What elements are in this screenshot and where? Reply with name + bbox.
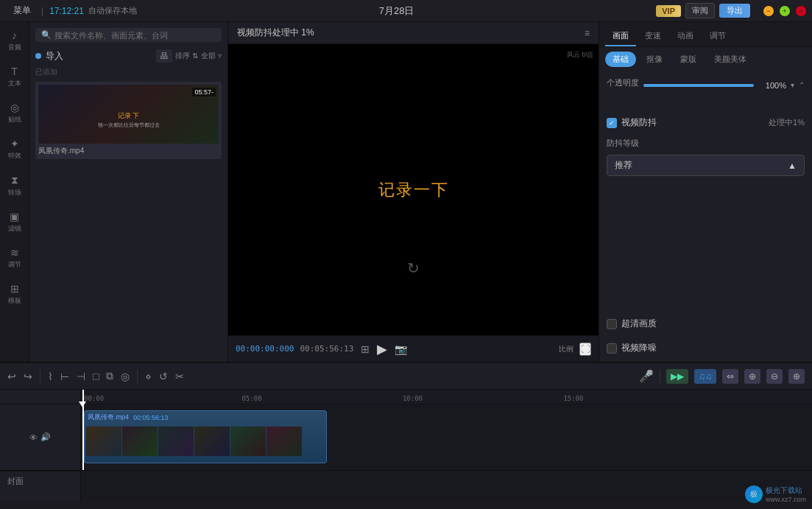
all-filter-button[interactable]: 全部 ▿ bbox=[201, 51, 222, 61]
mic-button[interactable]: 🎤 bbox=[639, 369, 654, 383]
all-label: 已添加 bbox=[29, 66, 227, 79]
video-track-btn[interactable]: ▶▶ bbox=[666, 369, 688, 384]
jiguang-watermark: 极 极光下载站 www.xz7.com bbox=[745, 485, 806, 503]
zoom-out-btn[interactable]: ⊖ bbox=[766, 369, 783, 384]
view-toggle[interactable]: 品 bbox=[156, 49, 172, 63]
sidebar-item-transition[interactable]: ⧗ 转场 bbox=[8, 174, 21, 197]
redo-button[interactable]: ↪ bbox=[24, 371, 32, 382]
keyframe-button[interactable]: ⋄ bbox=[145, 371, 152, 382]
preview-header: 视频防抖处理中 1% ≡ bbox=[228, 22, 599, 44]
subtab-basic[interactable]: 基础 bbox=[605, 52, 636, 67]
tab-picture[interactable]: 画面 bbox=[605, 27, 636, 46]
video-clip[interactable]: 凤凰传奇.mp4 00:05:56:13 bbox=[84, 410, 327, 463]
reverse-button[interactable]: ↺ bbox=[159, 371, 168, 382]
right-panel: 画面 变速 动画 调节 基础 抠像 蒙版 美颜美体 个透明度 100% ▾ ⌃ bbox=[599, 22, 812, 362]
win-min-button[interactable]: − bbox=[763, 6, 774, 16]
noise-reduce-label: 视频降噪 bbox=[621, 342, 657, 354]
import-label[interactable]: 导入 bbox=[46, 50, 63, 63]
subtab-keying[interactable]: 抠像 bbox=[639, 52, 670, 67]
vip-button[interactable]: VIP bbox=[656, 5, 681, 17]
screenshot-button[interactable]: 📷 bbox=[393, 342, 409, 357]
menu-label[interactable]: 菜单 bbox=[6, 1, 38, 20]
menu-bar: 菜单 | 17:12:21 自动保存本地 7月28日 VIP 审阅 导出 − +… bbox=[0, 0, 812, 22]
tab-speed[interactable]: 变速 bbox=[638, 27, 668, 46]
playhead-triangle bbox=[79, 401, 86, 407]
sidebar-item-audio[interactable]: ♪ 音频 bbox=[8, 29, 21, 52]
timeline-ruler-row: 00:00 05:00 10:00 15:00 bbox=[0, 390, 812, 404]
effects-icon: ✦ bbox=[10, 138, 19, 150]
dropdown-chevron-up-icon: ▲ bbox=[788, 161, 797, 171]
super-clear-checkbox[interactable] bbox=[607, 319, 617, 329]
sidebar-item-effects[interactable]: ✦ 特效 bbox=[8, 138, 21, 161]
media-item[interactable]: 05:57- 记录 下独一次都比往后每节都过去 凤凰传奇.mp4 bbox=[35, 82, 222, 159]
playhead-line bbox=[82, 404, 84, 470]
adjust-icon: ≋ bbox=[10, 247, 19, 259]
tab-adjust[interactable]: 调节 bbox=[702, 27, 733, 46]
stabilization-checkbox[interactable]: ✓ bbox=[607, 118, 617, 128]
undo-button[interactable]: ↩ bbox=[7, 371, 16, 382]
play-button[interactable]: ▶ bbox=[377, 341, 387, 357]
search-input[interactable] bbox=[54, 31, 216, 40]
sidebar-item-sticker[interactable]: ◎ 贴纸 bbox=[8, 102, 21, 124]
volume-icon[interactable]: 🔊 bbox=[40, 432, 51, 442]
ratio-label[interactable]: 比例 bbox=[559, 344, 573, 354]
sort-button[interactable]: 排序 ⇅ bbox=[175, 51, 198, 61]
opacity-label: 个透明度 bbox=[607, 77, 639, 88]
freeze-button[interactable]: ◎ bbox=[121, 371, 130, 382]
clip-thumb-2 bbox=[122, 426, 158, 456]
dropdown-trigger[interactable]: 推荐 ▲ bbox=[607, 155, 805, 176]
ruler-mark-3: 15:00 bbox=[563, 395, 583, 402]
trim-end-button[interactable]: ⊣ bbox=[77, 371, 85, 382]
eye-icon[interactable]: 👁 bbox=[29, 433, 38, 442]
media-panel: 🔍 导入 品 排序 ⇅ 全部 ▿ 已添加 05:57- 记录 下独一次都比往后每… bbox=[29, 22, 228, 362]
subtab-beauty[interactable]: 美颜美体 bbox=[707, 52, 754, 67]
opacity-expand-icon[interactable]: ⌃ bbox=[799, 81, 805, 89]
opacity-slider[interactable] bbox=[643, 84, 754, 87]
fullscreen-button[interactable]: ⛶ bbox=[579, 343, 591, 356]
crop-button[interactable]: ✂ bbox=[175, 371, 184, 382]
cover-track-row bbox=[81, 471, 812, 491]
clip-info: 凤凰传奇.mp4 00:05:56:13 bbox=[85, 411, 326, 424]
opacity-section: 个透明度 100% ▾ ⌃ bbox=[599, 71, 812, 99]
link-btn[interactable]: ⇔ bbox=[722, 369, 738, 384]
ruler-mark-1: 05:00 bbox=[241, 395, 261, 402]
media-duration-badge: 05:57- bbox=[192, 88, 216, 96]
review-button[interactable]: 审阅 bbox=[685, 3, 715, 18]
search-bar: 🔍 bbox=[35, 28, 222, 42]
opacity-fill bbox=[643, 84, 754, 87]
copy-button[interactable]: ⧉ bbox=[106, 370, 113, 382]
win-close-button[interactable]: × bbox=[796, 6, 806, 16]
win-max-button[interactable]: + bbox=[780, 6, 790, 16]
sidebar-item-template[interactable]: ⊞ 模板 bbox=[8, 283, 21, 306]
ruler-mark-2: 10:00 bbox=[403, 395, 423, 402]
grid-view-button[interactable]: ⊞ bbox=[359, 342, 371, 357]
sidebar-item-filter[interactable]: ▣ 滤镜 bbox=[8, 211, 21, 234]
noise-reduce-checkbox[interactable] bbox=[607, 343, 617, 354]
align-btn[interactable]: ⊕ bbox=[744, 369, 760, 384]
sidebar-item-text[interactable]: T 文本 bbox=[8, 66, 21, 88]
clip-thumb-5 bbox=[230, 426, 266, 456]
preview-center-icon: ↻ bbox=[407, 259, 420, 277]
timeline-ruler: 00:00 05:00 10:00 15:00 bbox=[81, 390, 812, 404]
split-button[interactable]: ⌇ bbox=[48, 371, 53, 382]
trim-start-button[interactable]: ⊢ bbox=[60, 371, 69, 382]
clip-duration: 00:05:56:13 bbox=[133, 414, 169, 421]
main-layout: ♪ 音频 T 文本 ◎ 贴纸 ✦ 特效 ⧗ 转场 ▣ 滤镜 ≋ 调节 ⊞ 模板 bbox=[0, 22, 812, 362]
opacity-chevron-down-icon[interactable]: ▾ bbox=[791, 81, 794, 89]
jg-logo: 极 bbox=[745, 485, 763, 503]
filter-icon: ▣ bbox=[10, 211, 19, 222]
preview-menu-icon[interactable]: ≡ bbox=[585, 28, 590, 38]
tab-animation[interactable]: 动画 bbox=[670, 27, 701, 46]
toolbar-separator-2 bbox=[137, 370, 138, 383]
audio-track-btn[interactable]: ♫♫ bbox=[694, 369, 716, 384]
delete-button[interactable]: □ bbox=[93, 371, 99, 382]
menu-sep: | bbox=[41, 6, 43, 16]
processing-text: 处理中1% bbox=[769, 117, 805, 128]
export-button[interactable]: 导出 bbox=[719, 4, 750, 18]
zoom-in-btn[interactable]: ⊕ bbox=[788, 369, 805, 384]
template-icon: ⊞ bbox=[10, 283, 19, 295]
right-panel-tabs: 画面 变速 动画 调节 bbox=[599, 22, 812, 47]
sidebar-item-adjust[interactable]: ≋ 调节 bbox=[8, 247, 21, 270]
subtab-mask[interactable]: 蒙版 bbox=[673, 52, 704, 67]
preview-area: 视频防抖处理中 1% ≡ 记录一下 风云 b\||| ↻ 00:00:00:00… bbox=[228, 22, 599, 362]
